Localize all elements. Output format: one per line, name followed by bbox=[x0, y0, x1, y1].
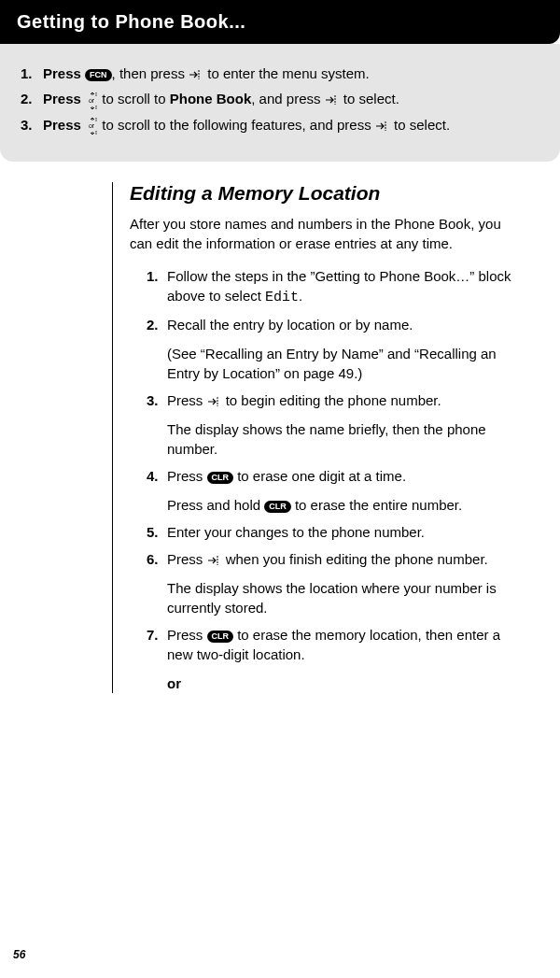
step-3: 3. Press to begin editing the phone numb… bbox=[147, 390, 523, 459]
press-label: Press bbox=[43, 65, 85, 81]
or-label: or bbox=[89, 97, 94, 104]
or-label: or bbox=[89, 122, 94, 129]
step-7-or: or bbox=[167, 673, 523, 693]
getting-to-phonebook-box: 1. Press FCN, then press to enter the me… bbox=[0, 44, 560, 162]
step-6-num: 6. bbox=[147, 549, 167, 617]
grey-step-2-mid1: to scroll to bbox=[98, 91, 170, 106]
section-title: Editing a Memory Location bbox=[130, 182, 523, 205]
step-5-num: 5. bbox=[147, 522, 167, 542]
step-5-text: Enter your changes to the phone number. bbox=[167, 524, 425, 540]
step-2: 2. Recall the entry by location or by na… bbox=[147, 315, 523, 383]
grey-step-3-num: 3. bbox=[21, 114, 43, 136]
grey-step-3-mid: to scroll to the following features, and… bbox=[98, 117, 375, 133]
press-label: Press bbox=[43, 117, 85, 133]
edit-mono: Edit bbox=[265, 290, 299, 305]
step-4-sub: Press and hold CLR to erase the entire n… bbox=[167, 495, 523, 515]
grey-step-2-mid2: , and press bbox=[251, 91, 324, 106]
step-6: 6. Press when you finish editing the pho… bbox=[147, 549, 523, 617]
step-3-num: 3. bbox=[147, 390, 167, 459]
press-label: Press bbox=[43, 91, 85, 106]
right-arrow-icon bbox=[207, 555, 222, 566]
up-or-down-icon: or bbox=[85, 116, 98, 135]
grey-step-1: 1. Press FCN, then press to enter the me… bbox=[21, 63, 539, 84]
phonebook-bold: Phone Book bbox=[170, 91, 252, 106]
page-number: 56 bbox=[13, 948, 25, 961]
step-2-text: Recall the entry by location or by name. bbox=[167, 317, 413, 333]
right-arrow-icon bbox=[375, 120, 390, 132]
step-3-text-b: to begin editing the phone number. bbox=[222, 392, 441, 408]
step-5-body: Enter your changes to the phone number. bbox=[167, 522, 523, 542]
step-6-sub: The display shows the location where you… bbox=[167, 578, 523, 617]
step-7-text-a: Press bbox=[167, 627, 207, 643]
grey-step-2-text: Press or to scroll to Phone Book, and pr… bbox=[43, 88, 539, 110]
right-arrow-icon bbox=[325, 94, 340, 106]
grey-step-1-text: Press FCN, then press to enter the menu … bbox=[43, 63, 539, 84]
step-4-body: Press CLR to erase one digit at a time. … bbox=[167, 466, 523, 515]
step-4: 4. Press CLR to erase one digit at a tim… bbox=[147, 466, 523, 515]
grey-step-2: 2. Press or to scroll to Phone Book, and… bbox=[21, 88, 539, 110]
step-7-num: 7. bbox=[147, 625, 167, 693]
step-1-text-a: Follow the steps in the ”Getting to Phon… bbox=[167, 268, 511, 304]
fcn-key-icon: FCN bbox=[85, 69, 112, 81]
grey-step-3-tail: to select. bbox=[390, 117, 450, 133]
clr-key-icon: CLR bbox=[264, 501, 291, 513]
grey-step-1-mid: , then press bbox=[112, 65, 189, 81]
grey-step-1-tail: to enter the menu system. bbox=[203, 65, 370, 81]
step-3-text-a: Press bbox=[167, 392, 207, 408]
step-5: 5. Enter your changes to the phone numbe… bbox=[147, 522, 523, 542]
grey-step-3-text: Press or to scroll to the following feat… bbox=[43, 114, 539, 136]
right-arrow-icon bbox=[189, 69, 203, 80]
section-intro: After you store names and numbers in the… bbox=[130, 214, 523, 253]
clr-key-icon: CLR bbox=[207, 472, 234, 484]
step-4-sub-a: Press and hold bbox=[167, 497, 264, 513]
grey-step-2-num: 2. bbox=[21, 88, 43, 110]
header-bar: Getting to Phone Book... bbox=[0, 0, 560, 44]
step-7-body: Press CLR to erase the memory location, … bbox=[167, 625, 523, 693]
step-1: 1. Follow the steps in the ”Getting to P… bbox=[147, 266, 523, 307]
step-3-sub: The display shows the name briefly, then… bbox=[167, 419, 523, 459]
header-title: Getting to Phone Book... bbox=[17, 11, 245, 32]
step-6-text-a: Press bbox=[167, 551, 207, 567]
step-4-text-b: to erase one digit at a time. bbox=[233, 468, 406, 484]
step-1-num: 1. bbox=[147, 266, 167, 307]
up-or-down-icon: or bbox=[85, 91, 98, 110]
right-arrow-icon bbox=[207, 396, 222, 407]
step-4-num: 4. bbox=[147, 466, 167, 515]
main-content: Editing a Memory Location After you stor… bbox=[112, 182, 523, 693]
step-4-sub-b: to erase the entire number. bbox=[291, 497, 462, 513]
grey-step-2-tail: to select. bbox=[340, 91, 399, 106]
step-6-text-b: when you finish editing the phone number… bbox=[222, 551, 488, 567]
step-7: 7. Press CLR to erase the memory locatio… bbox=[147, 625, 523, 693]
clr-key-icon: CLR bbox=[207, 631, 234, 643]
step-1-text-b: . bbox=[299, 288, 302, 304]
step-6-body: Press when you finish editing the phone … bbox=[167, 549, 523, 617]
step-2-body: Recall the entry by location or by name.… bbox=[167, 315, 523, 383]
step-2-num: 2. bbox=[147, 315, 167, 383]
step-4-text-a: Press bbox=[167, 468, 207, 484]
step-3-body: Press to begin editing the phone number.… bbox=[167, 390, 523, 459]
grey-step-1-num: 1. bbox=[21, 63, 43, 84]
grey-step-3: 3. Press or to scroll to the following f… bbox=[21, 114, 539, 136]
step-2-sub: (See “Recalling an Entry by Name” and “R… bbox=[167, 344, 523, 383]
step-1-body: Follow the steps in the ”Getting to Phon… bbox=[167, 266, 523, 307]
